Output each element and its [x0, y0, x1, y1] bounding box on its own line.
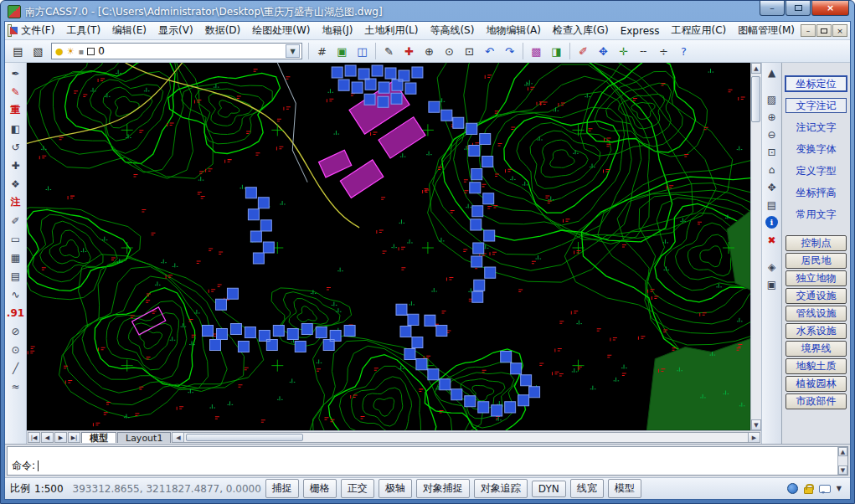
panel-button-residential[interactable]: 居民地	[785, 253, 847, 269]
panel-button-independent-feature[interactable]: 独立地物	[785, 270, 847, 286]
layer-freeze-icon[interactable]: ☀	[67, 46, 75, 57]
command-line[interactable]: 命令:	[12, 459, 833, 473]
layer-lock-icon[interactable]: ▪	[78, 47, 84, 56]
layer-visibility-icon[interactable]: ●	[55, 46, 64, 57]
layer-dropdown-arrow[interactable]: ▼	[286, 44, 300, 58]
snap-grid-icon[interactable]: #	[312, 42, 332, 60]
lock-icon[interactable]	[804, 487, 813, 494]
menu-item-view[interactable]: 显示(V)	[152, 22, 199, 39]
mdi-close-button[interactable]: ×	[832, 24, 847, 37]
wave-icon[interactable]: ≈	[7, 378, 25, 395]
toggle-model[interactable]: 模型	[608, 479, 641, 498]
command-window[interactable]: 命令: ▲ ▼	[7, 446, 848, 476]
cancel-icon[interactable]: ✖	[764, 232, 780, 248]
toggle-osnap[interactable]: 对象捕捉	[416, 479, 470, 498]
layer-color-chip[interactable]	[87, 48, 95, 55]
menu-item-sheet-manage[interactable]: 图幅管理(M)	[732, 22, 801, 39]
drawing-canvas[interactable]	[27, 63, 750, 430]
horizontal-scrollbar[interactable]: ◀ ▶	[172, 432, 760, 443]
pencil-icon[interactable]: ✐	[7, 212, 25, 229]
panel-item-coord-elevation[interactable]: 坐标抨高	[785, 185, 847, 200]
circle-dot-icon[interactable]: ⊙	[7, 341, 25, 358]
panel-item-annotate-text[interactable]: 注记文字	[785, 120, 847, 135]
hatch-icon[interactable]: ▦	[7, 249, 25, 266]
red-pen-icon[interactable]: ✎	[7, 83, 25, 100]
menu-item-file[interactable]: 文件(F)	[15, 22, 60, 39]
view-split-icon[interactable]: ◨	[547, 42, 566, 60]
toggle-ortho[interactable]: 正交	[341, 479, 374, 498]
menu-item-tools[interactable]: 工具(T)	[60, 22, 106, 39]
plot-icon[interactable]: ▤	[8, 42, 28, 60]
menu-item-cadastre[interactable]: 地籍(J)	[316, 22, 358, 39]
horizontal-scroll-thumb[interactable]	[186, 434, 303, 441]
panel-button-control-point[interactable]: 控制点	[785, 235, 847, 251]
tab-next-arrow[interactable]: ▶	[54, 432, 67, 443]
toggle-lineweight[interactable]: 线宽	[570, 479, 604, 498]
rectangle-icon[interactable]: ▭	[7, 230, 25, 248]
zoom-in-icon[interactable]: ⊕	[764, 109, 780, 125]
cross-match-icon[interactable]: ✛	[614, 42, 633, 60]
message-icon[interactable]	[819, 485, 831, 493]
vertical-scroll-track[interactable]	[751, 74, 761, 419]
toggle-grid[interactable]: 栅格	[303, 479, 337, 498]
minimize-button[interactable]: –	[760, 1, 785, 16]
preview-icon[interactable]: ▧	[28, 42, 48, 60]
menu-item-feature-edit[interactable]: 地物编辑(A)	[480, 22, 547, 39]
scale-value[interactable]: 1:500	[34, 483, 64, 495]
scroll-up-arrow[interactable]: ▲	[751, 63, 761, 74]
panel-button-transportation[interactable]: 交通设施	[785, 288, 847, 304]
grid-icon[interactable]: ▤	[7, 267, 25, 285]
menu-item-draw-process[interactable]: 绘图处理(W)	[246, 22, 316, 39]
panel-item-coord-locate[interactable]: 坐标定位	[785, 76, 847, 91]
menu-item-check-db[interactable]: 检查入库(G)	[547, 22, 615, 39]
panel-button-boundary[interactable]: 境界线	[785, 341, 847, 357]
zoom-in-icon[interactable]: ⊕	[420, 42, 439, 60]
menu-item-engineering[interactable]: 工程应用(C)	[666, 22, 733, 39]
panel-scroll-up-icon[interactable]: ▲	[764, 64, 780, 80]
status-dropdown-arrow[interactable]: ▼	[837, 485, 842, 492]
panel-item-text-annotate[interactable]: 文字注记	[785, 98, 847, 113]
menu-item-express[interactable]: Express	[615, 23, 666, 39]
red-pencil-icon[interactable]: ✐	[574, 42, 593, 60]
scroll-down-arrow[interactable]: ▼	[751, 419, 761, 430]
command-scroll-up[interactable]: ▲	[838, 447, 847, 456]
panel-item-common-text[interactable]: 常用文字	[785, 207, 847, 222]
panel-button-municipal[interactable]: 市政部件	[785, 393, 847, 409]
tab-layout1[interactable]: Layout1	[117, 432, 171, 443]
linetype-icon[interactable]: ╌	[634, 42, 653, 60]
app-icon[interactable]	[8, 5, 21, 18]
layer-dropdown[interactable]: ● ☀ ▪ 0 ▼	[51, 43, 302, 59]
tab-prev-arrow[interactable]: ◀	[41, 432, 54, 443]
close-button[interactable]: ×	[811, 1, 849, 16]
signal-icon[interactable]	[787, 483, 798, 494]
circle-slash-icon[interactable]: ⊘	[7, 322, 25, 340]
menu-item-land-use[interactable]: 土地利用(L)	[358, 22, 424, 39]
select-tool-icon[interactable]: ✒	[7, 64, 25, 82]
menu-item-edit[interactable]: 编辑(E)	[106, 22, 152, 39]
block-icon[interactable]: ◈	[764, 259, 780, 275]
rotate-icon[interactable]: ↺	[7, 138, 25, 156]
move-icon[interactable]: ✥	[594, 42, 613, 60]
scroll-right-arrow[interactable]: ▶	[748, 433, 760, 442]
redo-icon[interactable]: ↷	[500, 42, 519, 60]
image-ref-icon[interactable]: ▣	[764, 276, 780, 292]
stamp-icon[interactable]: ◧	[7, 120, 25, 137]
command-scrollbar[interactable]: ▲ ▼	[837, 447, 847, 475]
undo-icon[interactable]: ↶	[480, 42, 499, 60]
hatch-brush-icon[interactable]: ▨	[764, 91, 780, 107]
spline-icon[interactable]: ∿	[7, 285, 25, 303]
panel-item-change-font[interactable]: 变换字体	[785, 141, 847, 157]
zoom-window-icon[interactable]: ⊡	[764, 144, 780, 160]
tab-last-arrow[interactable]: ▶|	[68, 432, 80, 443]
mdi-minimize-button[interactable]: –	[801, 24, 816, 37]
panel-button-vegetation[interactable]: 植被园林	[785, 376, 847, 392]
toggle-polar[interactable]: 极轴	[379, 479, 412, 498]
toggle-snap[interactable]: 捕捉	[265, 479, 299, 498]
plus-icon[interactable]: ✚	[7, 157, 25, 174]
maximize-button[interactable]	[785, 1, 811, 16]
zoom-window-icon[interactable]: ⊡	[460, 42, 479, 60]
vertical-scroll-thumb[interactable]	[751, 76, 760, 122]
document-icon[interactable]	[8, 24, 12, 37]
info-icon[interactable]: i	[764, 214, 780, 230]
image-icon[interactable]: ▣	[332, 42, 352, 60]
